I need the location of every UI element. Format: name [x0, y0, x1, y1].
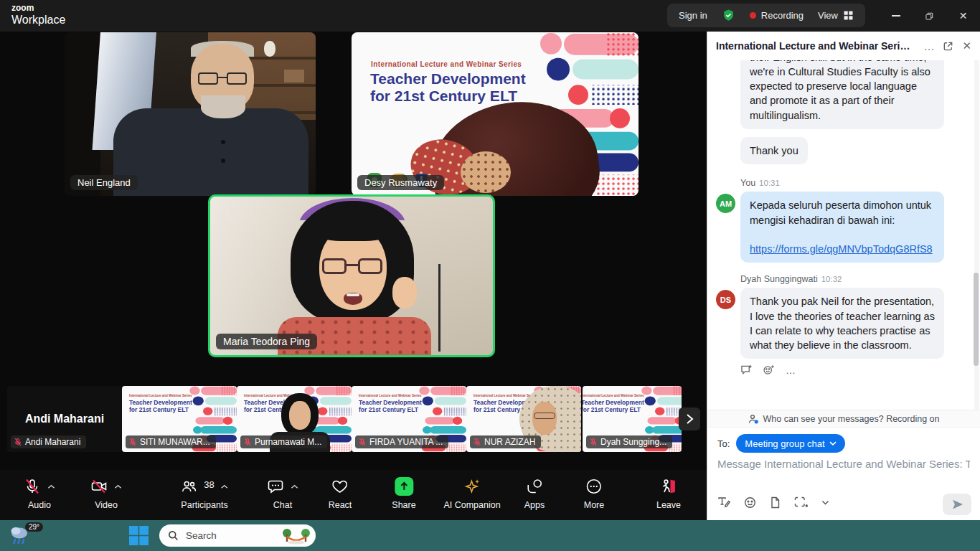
chat-more-button[interactable]: … [923, 40, 934, 52]
chat-message: Dyah Sunggingwati10:32 DS Thank you pak … [716, 274, 973, 375]
leave-button[interactable]: Leave [656, 477, 681, 510]
app-titlebar: zoom Workplace Sign in Recording View ✕ [0, 0, 980, 32]
video-tile-maria-teodora-ping-active-speaker[interactable]: Maria Teodora Ping [208, 194, 495, 357]
filmstrip-tile-siti-munawar[interactable]: International Lecture and Webinar Series… [122, 386, 237, 452]
avatar: AM [716, 194, 735, 213]
participant-nametag: Desy Rusmawaty [357, 175, 444, 190]
weather-temp: 29° [25, 522, 43, 532]
start-button[interactable] [129, 526, 149, 545]
video-label: Video [95, 500, 118, 510]
weather-widget[interactable]: 29° [9, 524, 43, 548]
filmstrip-tile-dyah-sunggingwati[interactable]: International Lecture and Webinar Series… [583, 386, 682, 452]
recording-indicator[interactable]: Recording [750, 10, 804, 21]
privacy-notice-text: Who can see your messages? Recording on [763, 414, 940, 424]
filmstrip-tile-nur-azizah[interactable]: International Lecture and Webinar Series… [466, 386, 581, 452]
heart-icon [331, 478, 349, 495]
more-button[interactable]: More [584, 477, 604, 510]
search-icon [168, 530, 179, 541]
message-bubble: we should balance between encouraging EF… [740, 60, 944, 129]
ai-sparkle-icon [463, 478, 481, 495]
more-label: More [584, 500, 604, 510]
sign-in-button[interactable]: Sign in [679, 10, 707, 21]
filmstrip-tile-purnamawati[interactable]: International Lecture and Webinar Series… [237, 386, 352, 452]
search-highlight-hammock-icon [281, 527, 311, 545]
security-shield-icon[interactable] [722, 9, 735, 22]
chat-button[interactable]: Chat [267, 477, 298, 510]
ai-companion-button[interactable]: AI Companion [443, 477, 500, 510]
send-message-button[interactable] [943, 494, 971, 515]
recording-dot-icon [750, 12, 756, 19]
chat-close-button[interactable]: ✕ [962, 39, 971, 52]
chat-title: International Lecture and Webinar Series… [716, 40, 915, 52]
format-text-icon[interactable] [717, 496, 730, 509]
participants-options-caret[interactable] [221, 484, 229, 489]
react-label: React [329, 500, 352, 510]
slide-series-text: International Lecture and Webinar Series [371, 60, 522, 68]
message-bubble: Kepada seluruh peserta dimohon untuk men… [740, 192, 944, 263]
chat-scrollbar-thumb[interactable] [974, 273, 979, 366]
compose-more-caret[interactable] [821, 500, 829, 505]
avatar: DS [716, 290, 735, 309]
chat-panel: International Lecture and Webinar Series… [707, 32, 980, 520]
apps-button[interactable]: Apps [524, 477, 545, 510]
gallery-grid-icon [843, 10, 854, 21]
attendance-form-link[interactable]: https://forms.gle/qgMNVbpTodqG8RfS8 [750, 242, 935, 256]
filmstrip-next-button[interactable] [679, 408, 700, 430]
titlebar-controls: Sign in Recording View [667, 4, 865, 27]
attach-file-icon[interactable] [770, 496, 781, 509]
mic-muted-icon [473, 438, 481, 446]
windows-logo-icon [129, 526, 149, 545]
sender-name: You [740, 178, 755, 188]
chat-message: Thank you [716, 137, 973, 164]
react-button[interactable]: React [329, 477, 352, 510]
reply-icon[interactable] [740, 364, 753, 375]
participant-nametag: FIRDA YUANITA ... [355, 435, 448, 448]
video-tile-desy-rusmawaty[interactable]: International Lecture and Webinar Series… [352, 32, 639, 196]
close-window-button[interactable]: ✕ [946, 0, 980, 32]
share-label: Share [392, 500, 415, 510]
privacy-notice[interactable]: Who can see your messages? Recording on [707, 410, 980, 428]
chat-message-input[interactable] [717, 458, 970, 470]
message-sender-line: Dyah Sunggingwati10:32 [740, 274, 973, 284]
chevron-down-icon [829, 441, 837, 446]
restore-button[interactable] [913, 0, 946, 32]
filmstrip-tile-firda-yuanita[interactable]: International Lecture and Webinar Series… [352, 386, 466, 452]
emoji-icon[interactable] [744, 496, 756, 509]
screenshot-icon[interactable] [794, 496, 808, 509]
chat-message: You10:31 AM Kepada seluruh peserta dimoh… [716, 178, 973, 263]
message-time: 10:32 [821, 275, 842, 283]
zoom-workplace-logo: zoom Workplace [11, 4, 65, 26]
chat-messages[interactable]: we should balance between encouraging EF… [707, 60, 973, 410]
participants-button[interactable]: 38 Participants [180, 477, 228, 510]
video-tile-neil-england[interactable]: Neil England [65, 32, 316, 196]
taskbar-search[interactable]: Search [159, 524, 316, 547]
meeting-video-area: Neil England International Lecture and W… [0, 32, 707, 470]
recipient-selector[interactable]: Meeting group chat [736, 434, 844, 453]
add-reaction-icon[interactable] [763, 364, 775, 375]
share-button[interactable]: Share [392, 477, 415, 510]
to-label: To: [717, 438, 730, 449]
video-options-caret[interactable] [114, 484, 122, 489]
filmstrip-tile-andi-maharani[interactable]: Andi Maharani Andi Maharani [7, 386, 122, 452]
chat-header: International Lecture and Webinar Series… [707, 32, 980, 60]
audio-button[interactable]: Audio [24, 477, 55, 510]
view-label: View [818, 10, 838, 21]
chat-scrollbar[interactable] [974, 60, 979, 410]
audio-options-caret[interactable] [47, 484, 55, 489]
chat-options-caret[interactable] [291, 484, 298, 489]
message-more-button[interactable]: … [786, 367, 796, 373]
participants-icon [180, 478, 197, 495]
mic-muted-icon [589, 438, 598, 446]
view-button[interactable]: View [818, 10, 854, 21]
minimize-button[interactable] [879, 0, 913, 32]
mic-muted-icon [24, 478, 41, 495]
mic-muted-icon [243, 438, 252, 446]
participant-nametag: SITI MUNAWAR... [126, 435, 216, 448]
participant-nametag: Andi Maharani [11, 435, 86, 448]
compose-recipient-row: To: Meeting group chat [717, 434, 845, 453]
message-sender-line: You10:31 [740, 178, 973, 188]
recording-label: Recording [761, 10, 804, 21]
video-button[interactable]: Video [90, 477, 122, 510]
who-can-see-icon [748, 414, 759, 424]
chat-popout-button[interactable] [943, 41, 953, 52]
